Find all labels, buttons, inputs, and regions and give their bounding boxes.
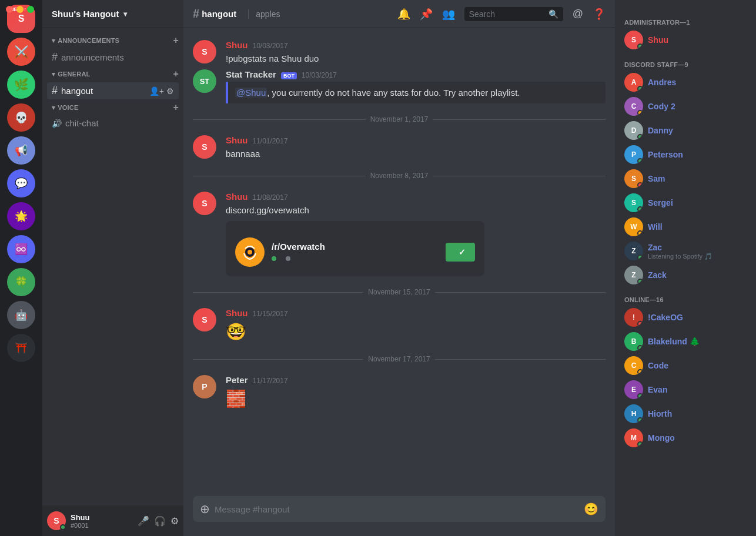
maximize-button[interactable] <box>27 6 34 13</box>
date-label: November 1, 2017 <box>370 115 429 123</box>
member-avatar: C <box>624 97 643 116</box>
server-header[interactable]: Shuu's Hangout ▾ <box>42 0 183 28</box>
category-general[interactable]: ▾ GENERAL + <box>42 66 183 82</box>
search-box[interactable]: 🔍 <box>464 7 563 21</box>
avatar: P <box>193 375 216 398</box>
collapse-icon: ▾ <box>52 71 55 78</box>
server-icon-events1[interactable]: 📢 <box>7 136 35 165</box>
message-group: S Shuu 11/01/2017 bannaaa <box>183 133 615 162</box>
channel-name-announcements: announcements <box>61 52 124 62</box>
status-indicator <box>637 393 643 399</box>
bot-badge: BOT <box>281 72 297 79</box>
date-label: November 17, 2017 <box>368 355 430 363</box>
member-item-sam[interactable]: S Sam <box>620 167 751 190</box>
member-avatar: H <box>624 404 643 423</box>
user-tag: #0001 <box>71 522 133 529</box>
status-indicator <box>637 86 643 92</box>
category-voice[interactable]: ▾ VOICE + <box>42 100 183 115</box>
at-icon[interactable]: @ <box>573 8 583 20</box>
emoji-button[interactable]: 😊 <box>584 502 598 516</box>
server-list: NEW ↑ S ⚔️ 🌿 💀 📢 💬 🌟 ♾️ 🍀 🤖 ⛩️ <box>0 0 42 536</box>
server-icon-discord[interactable]: 💬 <box>7 169 35 197</box>
message-input[interactable] <box>215 498 579 521</box>
member-item-zack[interactable]: Z Zack <box>620 263 751 287</box>
member-item-sergei[interactable]: S Sergei <box>620 191 751 215</box>
status-dot <box>60 524 66 530</box>
add-channel-button[interactable]: + <box>173 102 179 113</box>
add-member-icon[interactable]: 👤+ <box>149 86 164 96</box>
category-announcements[interactable]: ▾ ANNOUNCEMENTS + <box>42 33 183 48</box>
member-name: Cody 2 <box>648 102 675 111</box>
message-author: Peter <box>226 375 248 385</box>
message-author: Stat Tracker <box>226 69 276 79</box>
member-avatar: D <box>624 121 643 140</box>
bell-icon[interactable]: 🔔 <box>397 8 410 21</box>
message-timestamp: 10/03/2017 <box>302 71 337 79</box>
close-button[interactable] <box>6 6 13 13</box>
member-item-mongo[interactable]: M Mongo <box>620 426 751 450</box>
add-file-button[interactable]: ⊕ <box>200 496 210 522</box>
channel-item-announcements[interactable]: # announcements <box>47 49 179 66</box>
add-channel-button[interactable]: + <box>173 35 179 46</box>
server-icon-bot[interactable]: 🤖 <box>7 301 35 329</box>
chevron-down-icon: ▾ <box>123 10 127 18</box>
settings-icon[interactable]: ⚙ <box>170 515 179 527</box>
server-icon-events2[interactable]: 🌟 <box>7 202 35 230</box>
member-name: Code <box>648 361 668 370</box>
member-name: Zac <box>648 243 662 252</box>
member-item-hiorth[interactable]: H Hiorth <box>620 402 751 426</box>
category-label: ANNOUNCEMENTS <box>58 37 119 44</box>
search-input[interactable] <box>469 9 544 19</box>
server-icon-green[interactable]: 🌿 <box>7 71 35 99</box>
message-timestamp: 11/08/2017 <box>253 193 288 202</box>
overwatch-icon <box>235 237 265 267</box>
member-item-shuu[interactable]: S Shuu <box>620 28 751 52</box>
message-author: Shuu <box>226 308 248 318</box>
member-item-evan[interactable]: E Evan <box>620 378 751 401</box>
member-item-andres[interactable]: A Andres <box>620 71 751 94</box>
server-icon-pokemon[interactable]: ⚔️ <box>7 38 35 66</box>
check-icon: ✓ <box>459 247 466 257</box>
add-channel-button[interactable]: + <box>173 69 179 79</box>
date-divider: November 17, 2017 <box>193 355 606 363</box>
member-item-will[interactable]: W Will <box>620 215 751 239</box>
member-item-cakeog[interactable]: ! !CakeOG <box>620 306 751 329</box>
pin-icon[interactable]: 📌 <box>420 8 433 21</box>
channel-item-chit-chat[interactable]: 🔊 chit-chat <box>47 116 179 130</box>
channel-name-hangout: hangout <box>61 86 93 96</box>
settings-icon[interactable]: ⚙ <box>166 86 174 96</box>
channel-item-hangout[interactable]: # hangout 👤+ ⚙ <box>47 82 179 99</box>
hash-icon: # <box>52 85 58 97</box>
microphone-icon[interactable]: 🎤 <box>138 515 149 527</box>
member-avatar: S <box>624 193 643 212</box>
message-group: S Shuu 10/03/2017 !pubgstats na Shuu duo <box>183 38 615 67</box>
invite-card: /r/Overwatch <box>226 221 484 276</box>
member-item-danny[interactable]: D Danny <box>620 119 751 142</box>
join-button[interactable]: ✓ <box>446 243 475 262</box>
member-name: Hiorth <box>648 409 672 418</box>
server-icon-infinity[interactable]: ♾️ <box>7 235 35 263</box>
member-item-code[interactable]: C Code <box>620 354 751 377</box>
member-avatar: Z <box>624 242 643 260</box>
hash-icon: # <box>52 51 58 63</box>
collapse-icon: ▾ <box>52 37 55 45</box>
server-icon-leaf[interactable]: 🍀 <box>7 268 35 296</box>
channel-list: ▾ ANNOUNCEMENTS + # announcements ▾ GENE… <box>42 28 183 505</box>
member-item-cody[interactable]: C Cody 2 <box>620 95 751 118</box>
server-icon-red[interactable]: 💀 <box>7 103 35 132</box>
members-icon[interactable]: 👥 <box>442 8 455 21</box>
headphone-icon[interactable]: 🎧 <box>154 515 166 527</box>
invite-server-name: /r/Overwatch <box>272 242 439 252</box>
member-avatar: M <box>624 428 643 447</box>
member-avatar: W <box>624 217 643 236</box>
message-timestamp: 11/15/2017 <box>253 310 288 318</box>
member-name: Zack <box>648 270 667 280</box>
member-item-zac[interactable]: Z Zac Listening to Spotify 🎵 <box>620 239 751 263</box>
member-item-blakelund[interactable]: B Blakelund 🌲 <box>620 330 751 353</box>
minimize-button[interactable] <box>16 6 24 13</box>
member-name: Peterson <box>648 150 683 159</box>
server-icon-samurai[interactable]: ⛩️ <box>7 334 35 362</box>
member-item-peterson[interactable]: P Peterson <box>620 143 751 166</box>
members-sidebar: ADMINISTRATOR—1 S Shuu DISCORD STAFF—9 A… <box>615 0 756 536</box>
help-icon[interactable]: ❓ <box>593 8 606 21</box>
